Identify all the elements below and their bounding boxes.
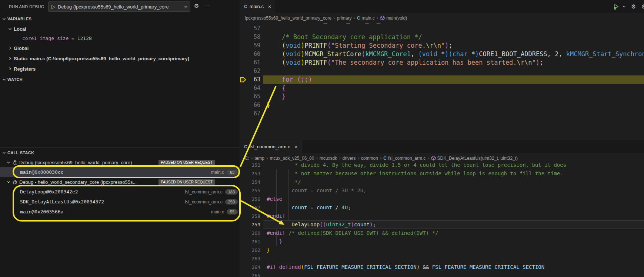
call-stack-frame[interactable]: SDK_DelayAtLeastUs@0x20034372fsl_common_… — [0, 197, 240, 207]
code-line[interactable]: 265 — [240, 271, 644, 277]
line-number: 57 — [246, 24, 263, 33]
breadcrumb[interactable]: C:›temp›mcux_sdk_v25_06_00›mcuxsdk›drive… — [240, 153, 644, 163]
frame-function: DelayLoop@0x200342e2 — [20, 189, 78, 195]
breadcrumb-item[interactable]: mcux_sdk_v25_06_00 — [270, 156, 314, 161]
breadcrumb-separator: › — [377, 15, 378, 21]
line-number: 258 — [246, 212, 263, 220]
code-text: for (;;) — [263, 75, 644, 84]
gear-icon[interactable]: ⚙ — [631, 3, 636, 10]
glyph-margin — [240, 92, 246, 101]
chevron-down-icon — [182, 5, 190, 9]
code-line[interactable]: 256#else — [240, 195, 644, 203]
variables-section-header[interactable]: VARIABLES — [0, 15, 240, 23]
session-label: Debug - hello_world_secondary_core (lpcx… — [19, 179, 137, 185]
code-line[interactable]: 67 — [240, 109, 644, 118]
glyph-margin — [240, 237, 246, 246]
call-stack-section-header[interactable]: CALL STACK — [0, 149, 240, 157]
code-line[interactable]: 258#endif — [240, 212, 644, 220]
code-line[interactable]: 253 * not matter because other instructi… — [240, 169, 644, 178]
breadcrumb-separator: › — [251, 155, 253, 161]
code-line[interactable]: 57 — [240, 24, 644, 33]
code-line[interactable]: 63 for (;;) — [240, 75, 644, 84]
breadcrumb-separator: › — [427, 155, 429, 161]
watch-section-header[interactable]: WATCH — [0, 75, 240, 84]
tab-main-c[interactable]: C main.c × — [240, 0, 275, 13]
frame-file: main.c — [211, 209, 224, 214]
tab-bar: C fsl_common_arm.c × — [240, 140, 644, 153]
glyph-margin — [240, 101, 246, 109]
line-number: 254 — [246, 178, 263, 186]
frame-function: main@0x000030cc — [20, 169, 63, 175]
breadcrumb-label: main.c — [362, 16, 375, 21]
line-number: 259 — [246, 220, 263, 229]
code-text — [263, 109, 644, 118]
code-line[interactable]: 60 (void)MCMGR_StartCore(kMCMGR_Core1, (… — [240, 50, 644, 58]
breadcrumb-item[interactable]: common — [361, 156, 378, 161]
breadcrumb-item[interactable]: SDK_DelayAtLeastUs(uint32_t, uint32_t) — [431, 156, 518, 161]
code-line[interactable]: 261 } — [240, 237, 644, 246]
code-line[interactable]: 64 { — [240, 84, 644, 92]
close-icon[interactable]: × — [268, 4, 271, 10]
c-file-icon: C — [383, 156, 387, 161]
line-number: 59 — [246, 41, 263, 50]
glyph-margin — [240, 203, 246, 212]
call-stack-frame[interactable]: main@0x000030ccmain.c63 — [0, 167, 240, 177]
breadcrumb-item[interactable]: primary — [337, 16, 351, 21]
code-text: /* Boot Secondary core application */ — [263, 33, 644, 41]
code-line[interactable]: 65 } — [240, 92, 644, 101]
glyph-margin — [240, 263, 246, 271]
code-line[interactable]: 263 — [240, 254, 644, 263]
code-line[interactable]: 59 (void)PRINTF("Starting Secondary core… — [240, 41, 644, 50]
code-line[interactable]: 257 count = count / 4U; — [240, 203, 644, 212]
breadcrumb-label: temp — [254, 156, 264, 161]
breadcrumb-item[interactable]: Cfsl_common_arm.c — [383, 156, 426, 161]
line-number: 253 — [246, 169, 263, 178]
line-number: 64 — [246, 84, 263, 92]
call-stack-session[interactable]: Debug - hello_world_secondary_core (lpcx… — [0, 177, 240, 187]
breadcrumb[interactable]: lpcxpresso55s69_hello_world_primary_core… — [240, 13, 644, 23]
code-line[interactable]: 66} — [240, 101, 644, 109]
glyph-margin — [240, 220, 246, 229]
variables-scope-local[interactable]: Local — [0, 24, 240, 33]
close-icon[interactable]: × — [294, 144, 297, 150]
more-actions-icon[interactable]: ⋯ — [205, 3, 211, 9]
code-line[interactable]: 260#endif /* defined(SDK_DELAY_USE_DWT) … — [240, 229, 644, 237]
variable-core1-image-size[interactable]: core1_image_size = 12128 — [22, 34, 237, 42]
call-stack-session[interactable]: Debug (lpcxpresso55s69_hello_world_prima… — [0, 158, 240, 167]
breadcrumb-item[interactable]: mcuxsdk — [320, 156, 337, 161]
variables-scope-registers[interactable]: Registers — [0, 64, 240, 73]
frame-file: main.c — [211, 170, 224, 175]
code-line[interactable]: 62 — [240, 67, 644, 75]
split-editor-icon[interactable]: ⚙ — [641, 3, 644, 10]
run-or-debug-icon[interactable] — [613, 3, 626, 10]
code-line[interactable]: 259 DelayLoop((uint32_t)count); — [240, 220, 644, 229]
code-line[interactable]: 58 /* Boot Secondary core application */ — [240, 33, 644, 41]
glyph-margin — [240, 24, 246, 33]
breadcrumb-item[interactable]: drivers — [343, 156, 356, 161]
breadcrumb-item[interactable]: Cmain.c — [357, 16, 375, 21]
breadcrumb-item[interactable]: main(void) — [380, 16, 407, 21]
debug-current-line-icon[interactable] — [240, 75, 246, 84]
call-stack-frame[interactable]: main@0x2003566amain.c55 — [0, 207, 240, 217]
code-line[interactable]: 262} — [240, 246, 644, 254]
start-debug-icon[interactable]: ▷ — [49, 4, 58, 10]
glyph-margin — [240, 84, 246, 92]
code-line[interactable]: 255 count = count / 3U * 2U; — [240, 186, 644, 195]
code-text: #endif /* defined(SDK_DELAY_USE_DWT) && … — [263, 229, 644, 237]
tab-fsl-common-arm-c[interactable]: C fsl_common_arm.c × — [240, 140, 302, 153]
variables-scope-global[interactable]: Global — [0, 44, 240, 53]
frame-line-badge: 259 — [225, 199, 238, 205]
code-line[interactable]: 264#if defined(FSL_FEATURE_MEASURE_CRITI… — [240, 263, 644, 271]
debug-config-dropdown[interactable]: ▷ Debug (lpcxpresso55s69_hello_world_pri… — [48, 1, 190, 12]
breadcrumb-item[interactable]: C: — [245, 156, 249, 161]
code-line[interactable]: 61 (void)PRINTF("The secondary core appl… — [240, 58, 644, 67]
call-stack-frame[interactable]: DelayLoop@0x200342e2fsl_common_arm.c183 — [0, 187, 240, 197]
code-line[interactable]: 254 */ — [240, 178, 644, 186]
breadcrumb-item[interactable]: temp — [254, 156, 264, 161]
chevron-down-icon — [2, 78, 6, 81]
breadcrumb-item[interactable]: lpcxpresso55s69_hello_world_primary_core — [245, 16, 331, 21]
line-number: 61 — [246, 58, 263, 67]
gear-icon[interactable]: ⚙ — [194, 3, 199, 9]
variables-scope-static[interactable]: Static: main.c (C:\temp\lpcxpresso55s69_… — [0, 54, 240, 63]
line-number: 257 — [246, 203, 263, 212]
